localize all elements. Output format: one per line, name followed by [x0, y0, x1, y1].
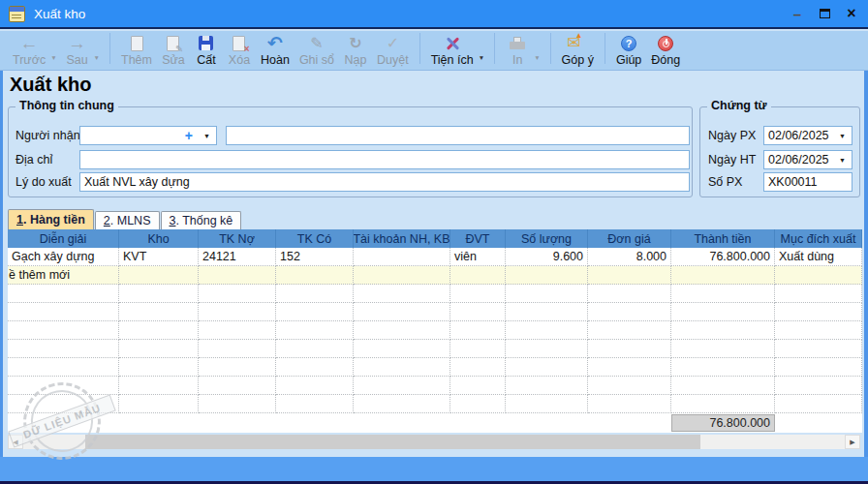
toolbar-separator: [109, 33, 110, 64]
toolbar-label: Sau: [66, 53, 87, 68]
horizontal-scrollbar[interactable]: ◀ ▶: [8, 435, 860, 449]
scroll-right-button[interactable]: ▶: [845, 435, 860, 449]
empty-grid-row[interactable]: [8, 321, 862, 340]
column-header-tk-no[interactable]: TK Nợ: [199, 229, 276, 248]
column-header-tai-khoan-nh-kb[interactable]: Tài khoản NH, KB: [354, 229, 450, 248]
column-header-muc-dich-xuat[interactable]: Mục đích xuất: [775, 229, 862, 248]
maximize-icon: [820, 9, 830, 18]
toolbar-label: Trước: [13, 53, 46, 68]
window-right-border: [864, 71, 868, 457]
so-px-value: XK00011: [768, 175, 818, 189]
empty-grid-row[interactable]: [8, 340, 862, 358]
cell-don-gia[interactable]: 8.000: [588, 248, 671, 266]
edit-document-icon: ✎: [167, 36, 179, 51]
column-header-so-luong[interactable]: Số lượng: [506, 229, 588, 248]
chevron-down-icon[interactable]: ▼: [839, 157, 846, 164]
window-title: Xuất kho: [34, 7, 85, 21]
cell-tk-no[interactable]: 24121: [199, 248, 276, 266]
cell-so-luong[interactable]: 9.600: [506, 248, 588, 266]
truoc-dropdown-caret[interactable]: ▼: [50, 54, 56, 61]
sau-dropdown-caret[interactable]: ▼: [94, 54, 100, 61]
empty-grid-row[interactable]: [8, 303, 862, 321]
tab-mlns[interactable]: 2. MLNS: [95, 211, 160, 229]
in-dropdown-caret[interactable]: ▼: [534, 54, 540, 61]
new-row-hint-row[interactable]: ề thêm mới: [8, 266, 862, 285]
toolbar-button-sau[interactable]: → Sau: [61, 32, 94, 69]
ly-do-xuat-label: Lý do xuất: [16, 175, 72, 189]
up-arrow-icon: ▲: [574, 28, 582, 44]
column-header-don-gia[interactable]: Đơn giá: [588, 229, 671, 248]
empty-grid-row[interactable]: [8, 285, 862, 303]
close-button[interactable]: ×: [841, 3, 862, 24]
cell-dvt[interactable]: viên: [450, 248, 506, 266]
toolbar-button-giup[interactable]: ? Giúp: [611, 32, 646, 69]
column-header-dien-giai[interactable]: Diễn giải: [8, 229, 119, 248]
window-footer-strip: [0, 457, 868, 481]
chevron-down-icon[interactable]: ▼: [203, 133, 210, 139]
toolbar-button-hoan[interactable]: ↶ Hoàn: [256, 32, 294, 69]
toolbar-button-nap[interactable]: ↻ Nạp: [339, 32, 372, 69]
empty-grid-row[interactable]: [8, 377, 862, 395]
cell-thanh-tien[interactable]: 76.800.000: [671, 248, 775, 266]
scroll-left-button[interactable]: ◀: [8, 435, 23, 449]
toolbar-button-them[interactable]: Thêm: [116, 32, 157, 69]
page-title: Xuất kho: [10, 74, 91, 96]
tab-hang-tien[interactable]: 1. Hàng tiền: [8, 209, 94, 229]
utilities-tools-icon: [444, 35, 461, 52]
undo-icon: ↶: [267, 35, 283, 52]
empty-grid-row[interactable]: [8, 358, 862, 377]
dia-chi-input[interactable]: [79, 150, 690, 169]
toolbar-button-cat[interactable]: Cất: [190, 32, 223, 69]
toolbar-label: Nạp: [345, 53, 367, 68]
tab-thong-ke[interactable]: 3. Thống kê: [161, 211, 242, 229]
empty-grid-row[interactable]: [8, 395, 862, 413]
ngay-ht-datepicker[interactable]: 02/06/2025 ▼: [763, 150, 852, 169]
ly-do-xuat-input[interactable]: Xuất NVL xây dựng: [79, 172, 690, 192]
toolbar-button-xoa[interactable]: × Xóa: [223, 32, 256, 69]
new-row-hint-text: ề thêm mới: [9, 268, 70, 282]
toolbar-separator: [419, 33, 420, 64]
ngay-px-datepicker[interactable]: 02/06/2025 ▼: [763, 126, 852, 145]
toolbar-label: Góp ý: [562, 53, 594, 68]
column-header-tk-co[interactable]: TK Có: [276, 229, 354, 248]
toolbar-button-truoc[interactable]: ← Trước: [8, 32, 50, 69]
minimize-button[interactable]: –: [787, 3, 808, 24]
add-new-plus-icon[interactable]: +: [185, 128, 193, 143]
toolbar-label: Tiện ích: [431, 53, 474, 68]
toolbar-label: Sửa: [162, 53, 185, 68]
app-notepad-icon: [9, 6, 25, 22]
refresh-icon: ↻: [349, 34, 361, 52]
column-header-thanh-tien[interactable]: Thành tiền: [671, 229, 775, 248]
toolbar-label: Giúp: [616, 53, 641, 68]
toolbar-button-dong[interactable]: Đóng: [646, 32, 685, 69]
nguoi-nhan-combobox[interactable]: + ▼: [79, 126, 217, 145]
power-close-icon: [658, 36, 673, 51]
scrollbar-thumb[interactable]: [85, 435, 700, 449]
toolbar-button-tienich[interactable]: Tiện ích: [426, 32, 479, 69]
table-row[interactable]: Gạch xây dựng KVT 24121 152 viên 9.600 8…: [8, 248, 862, 266]
toolbar-button-in[interactable]: In: [501, 32, 534, 69]
chevron-down-icon[interactable]: ▼: [839, 133, 846, 139]
cell-kho[interactable]: KVT: [119, 248, 199, 266]
scrollbar-track[interactable]: [23, 435, 85, 449]
cell-tai-khoan-nh-kb[interactable]: [354, 248, 450, 266]
toolbar-button-duyet[interactable]: ✓ Duyệt: [372, 32, 414, 69]
toolbar-button-gopy[interactable]: ✉▲ Góp ý: [557, 32, 599, 69]
toolbar-button-ghiso[interactable]: ✎ Ghi sổ: [294, 32, 339, 69]
toolbar-button-sua[interactable]: ✎ Sửa: [157, 32, 190, 69]
column-header-kho[interactable]: Kho: [119, 229, 199, 248]
cell-dien-giai[interactable]: Gạch xây dựng: [8, 248, 119, 266]
checkmark-icon: ✓: [387, 34, 399, 52]
close-icon: ×: [847, 5, 855, 22]
cell-tk-co[interactable]: 152: [276, 248, 354, 266]
cell-muc-dich-xuat[interactable]: Xuất dùng: [775, 248, 862, 266]
dia-chi-label: Địa chỉ: [16, 153, 52, 166]
scrollbar-track[interactable]: [700, 435, 845, 449]
xuat-kho-window: Xuất kho – × ← Trước ▼ → Sau ▼ Thêm ✎ Sử…: [0, 0, 868, 484]
so-px-input[interactable]: XK00011: [763, 172, 852, 192]
nguoi-nhan-name-input[interactable]: [226, 126, 690, 145]
column-header-dvt[interactable]: ĐVT: [450, 229, 506, 248]
tienich-dropdown-caret[interactable]: ▼: [479, 54, 484, 61]
add-document-icon: [131, 36, 143, 51]
maximize-button[interactable]: [814, 3, 835, 24]
